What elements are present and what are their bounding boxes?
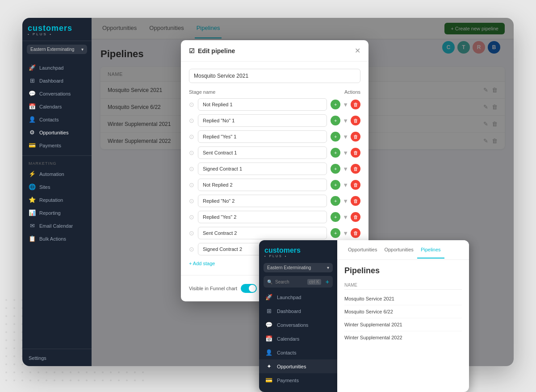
fg-table-row: Winter Supplemental 2021 [344, 318, 462, 331]
stage-add-button[interactable]: + [331, 132, 340, 142]
account-selector[interactable]: Eastern Exterminating ▾ [27, 45, 87, 54]
sidebar-item-email-calendar[interactable]: ✉ Email Calendar [22, 219, 92, 232]
stage-input-7[interactable] [198, 195, 327, 207]
fg-sidebar-label: Contacts [277, 350, 296, 355]
stage-filter-button[interactable]: ▼ [343, 117, 348, 124]
fg-tab-pipelines[interactable]: Pipelines [417, 242, 444, 259]
add-stage-button[interactable]: + Add stage [189, 259, 215, 268]
stage-add-button[interactable]: + [331, 196, 340, 206]
stage-add-button[interactable]: + [331, 148, 340, 158]
sidebar-nav: 🚀 Launchpad ⊞ Dashboard 💬 Conversations … [22, 58, 92, 349]
account-name: Eastern Exterminating [30, 47, 74, 52]
fg-sidebar-item-dashboard[interactable]: ⊞ Dashboard [259, 304, 337, 318]
drag-handle-icon: ⊙ [189, 213, 194, 221]
sidebar-item-sites[interactable]: 🌐 Sites [22, 180, 92, 193]
sidebar-item-automation[interactable]: ⚡ Automation [22, 167, 92, 180]
stage-filter-button[interactable]: ▼ [343, 101, 348, 108]
stage-delete-button[interactable]: 🗑 [351, 148, 360, 158]
bulk-actions-icon: 📋 [29, 235, 36, 242]
sidebar-item-reporting[interactable]: 📊 Reporting [22, 206, 92, 219]
drag-handle-icon: ⊙ [189, 197, 194, 204]
stage-row-2: ⊙ + ▼ 🗑 [189, 114, 360, 127]
modal-title-text: Edit pipeline [198, 47, 235, 54]
sidebar-item-calendars[interactable]: 📅 Calendars [22, 100, 92, 113]
fg-logo-sub: • PLUS • [264, 254, 332, 258]
stage-input-6[interactable] [198, 179, 327, 191]
stage-filter-button[interactable]: ▼ [343, 214, 348, 221]
stage-input-4[interactable] [198, 146, 327, 159]
funnel-chart-label: Visible in Funnel chart [189, 286, 237, 291]
fg-sidebar-item-conversations[interactable]: 💬 Conversations [259, 318, 337, 332]
stage-add-button[interactable]: + [331, 116, 340, 125]
stage-row-8: ⊙ + ▼ 🗑 [189, 211, 360, 223]
edit-icon: ☑ [189, 47, 195, 54]
fg-sidebar-item-opportunities[interactable]: ✦ Opportunities [259, 359, 337, 373]
pipeline-name-input[interactable] [189, 69, 360, 83]
stage-filter-button[interactable]: ▼ [343, 166, 348, 172]
fg-sidebar-item-contacts[interactable]: 👤 Contacts [259, 346, 337, 359]
stage-add-button[interactable]: + [331, 228, 340, 238]
stage-delete-button[interactable]: 🗑 [351, 180, 360, 190]
stage-delete-button[interactable]: 🗑 [351, 116, 360, 125]
fg-account-selector[interactable]: Eastern Exterminating ▾ [264, 263, 333, 272]
fg-sidebar-label: Dashboard [277, 309, 301, 314]
sidebar-item-payments[interactable]: 💳 Payments [22, 139, 92, 152]
launchpad-icon: 🚀 [29, 64, 36, 71]
stage-input-5[interactable] [198, 163, 327, 175]
sidebar-item-contacts[interactable]: 👤 Contacts [22, 113, 92, 126]
stage-add-button[interactable]: + [331, 180, 340, 190]
drag-handle-icon: ⊙ [189, 229, 194, 237]
stage-input-1[interactable] [198, 98, 327, 111]
fg-logo: customers • PLUS • [259, 240, 337, 261]
modal-title: ☑ Edit pipeline [189, 47, 235, 54]
sidebar-item-dashboard[interactable]: ⊞ Dashboard [22, 74, 92, 87]
fg-sidebar-item-payments[interactable]: 💳 Payments [259, 373, 337, 387]
stage-actions: + ▼ 🗑 [331, 228, 360, 238]
sidebar-item-opportunities[interactable]: ⚙ Opportunities [22, 126, 92, 139]
stage-delete-button[interactable]: 🗑 [351, 100, 360, 109]
stage-input-9[interactable] [198, 227, 327, 239]
fg-search-add-icon[interactable]: + [326, 278, 329, 285]
stage-filter-button[interactable]: ▼ [343, 230, 348, 237]
fg-sidebar-label: Opportunities [277, 364, 306, 369]
stage-add-button[interactable]: + [331, 100, 340, 109]
stage-row-1: ⊙ + ▼ 🗑 [189, 98, 360, 111]
sidebar-bottom: Settings [22, 349, 92, 366]
stage-delete-button[interactable]: 🗑 [351, 164, 360, 174]
drag-handle-icon: ⊙ [189, 101, 194, 108]
stage-delete-button[interactable]: 🗑 [351, 212, 360, 222]
fg-tab-opportunities2[interactable]: Opportunities [381, 242, 417, 259]
fg-sidebar-label: Conversations [277, 322, 308, 328]
stage-add-button[interactable]: + [331, 164, 340, 174]
stage-input-2[interactable] [198, 114, 327, 127]
stage-input-8[interactable] [198, 211, 327, 223]
opportunities-icon: ⚙ [29, 129, 36, 136]
stage-delete-button[interactable]: 🗑 [351, 228, 360, 238]
sidebar-item-launchpad[interactable]: 🚀 Launchpad [22, 61, 92, 74]
fg-table-row: Winter Supplemental 2022 [344, 331, 462, 344]
payments-icon: 💳 [265, 377, 272, 384]
stage-delete-button[interactable]: 🗑 [351, 132, 360, 142]
stage-add-button[interactable]: + [331, 212, 340, 222]
funnel-chart-toggle[interactable] [241, 284, 257, 293]
stage-filter-button[interactable]: ▼ [343, 182, 348, 188]
fg-search[interactable]: 🔍 Search ctrl K + [264, 276, 333, 288]
stage-row-4: ⊙ + ▼ 🗑 [189, 146, 360, 159]
stage-filter-button[interactable]: ▼ [343, 133, 348, 140]
fg-sidebar-item-launchpad[interactable]: 🚀 Launchpad [259, 290, 337, 304]
stage-delete-button[interactable]: 🗑 [351, 196, 360, 206]
sidebar-item-reputation[interactable]: ⭐ Reputation [22, 193, 92, 206]
fg-sidebar-item-calendars[interactable]: 📅 Calendars [259, 332, 337, 346]
sidebar-item-conversations[interactable]: 💬 Conversations [22, 87, 92, 100]
sites-icon: 🌐 [29, 183, 36, 190]
sidebar-item-bulk-actions[interactable]: 📋 Bulk Actions [22, 232, 92, 245]
stage-name-label: Stage name [189, 89, 215, 95]
stage-input-3[interactable] [198, 130, 327, 143]
modal-close-button[interactable]: ✕ [355, 46, 360, 55]
stage-filter-button[interactable]: ▼ [343, 198, 348, 204]
fg-tab-opportunities[interactable]: Opportunities [344, 242, 381, 259]
stage-filter-button[interactable]: ▼ [343, 150, 348, 156]
logo-text: customers [28, 24, 86, 32]
calendars-icon: 📅 [29, 103, 36, 110]
stage-row-7: ⊙ + ▼ 🗑 [189, 195, 360, 207]
